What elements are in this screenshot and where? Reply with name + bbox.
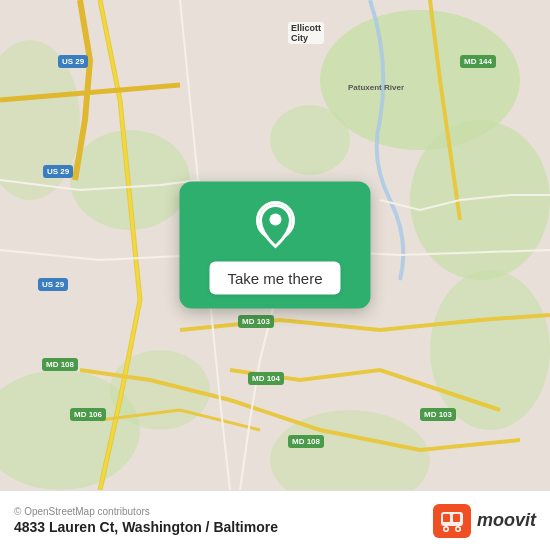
map-container: US 29 US 29 US 29 MD 108 MD 106 MD 103 M…: [0, 0, 550, 490]
osm-attribution: © OpenStreetMap contributors: [14, 506, 278, 517]
road-label-md108-left: MD 108: [42, 358, 78, 371]
road-label-md103-right: MD 103: [420, 408, 456, 421]
location-pin-icon: [253, 200, 297, 254]
svg-rect-17: [453, 514, 460, 522]
road-label-us29-top: US 29: [58, 55, 88, 68]
take-me-there-button[interactable]: Take me there: [209, 262, 340, 295]
river-label: Patuxent River: [345, 82, 407, 93]
road-label-us29-mid: US 29: [43, 165, 73, 178]
svg-point-9: [270, 105, 350, 175]
road-label-md104: MD 104: [248, 372, 284, 385]
button-overlay: Take me there: [179, 182, 370, 309]
road-label-md103-center: MD 103: [238, 315, 274, 328]
moovit-bus-icon: [433, 504, 471, 538]
road-label-md108-bot: MD 108: [288, 435, 324, 448]
svg-point-2: [410, 120, 550, 280]
road-label-md106: MD 106: [70, 408, 106, 421]
city-label-ellicott: EllicottCity: [288, 22, 324, 44]
footer: © OpenStreetMap contributors 4833 Lauren…: [0, 490, 550, 550]
moovit-logo[interactable]: moovit: [433, 504, 536, 538]
svg-point-14: [269, 214, 281, 226]
svg-rect-16: [443, 514, 450, 522]
moovit-text: moovit: [477, 510, 536, 531]
road-label-us29-bot: US 29: [38, 278, 68, 291]
svg-point-20: [444, 527, 447, 530]
green-card[interactable]: Take me there: [179, 182, 370, 309]
footer-left: © OpenStreetMap contributors 4833 Lauren…: [14, 506, 278, 535]
svg-point-21: [456, 527, 459, 530]
address-text: 4833 Lauren Ct, Washington / Baltimore: [14, 519, 278, 535]
road-label-md144: MD 144: [460, 55, 496, 68]
